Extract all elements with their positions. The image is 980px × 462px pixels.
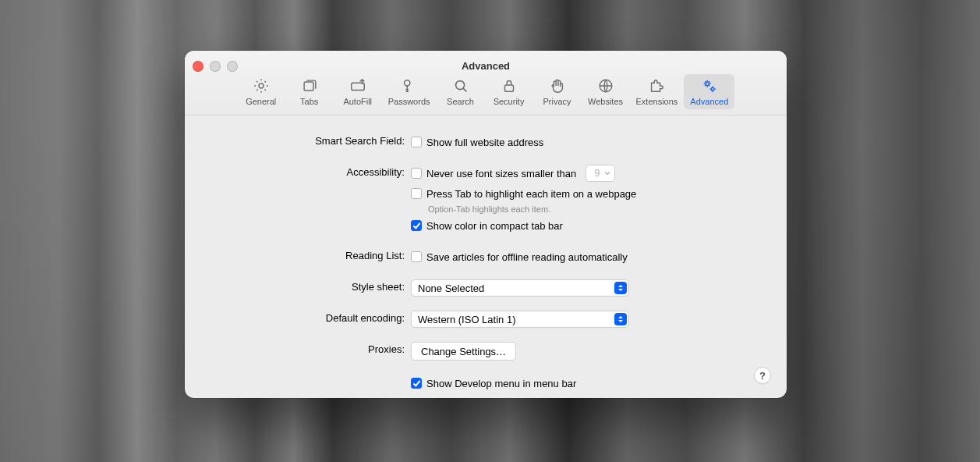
tab-label: General [246, 97, 276, 106]
show-full-address-text: Show full website address [426, 137, 543, 148]
svg-rect-1 [304, 82, 313, 91]
svg-point-3 [404, 80, 409, 86]
show-develop-text: Show Develop menu in menu bar [426, 378, 576, 389]
style-sheet-label: Style sheet: [203, 279, 411, 293]
show-color-tab-bar-checkbox[interactable] [411, 220, 422, 231]
tab-tabs[interactable]: Tabs [285, 74, 334, 109]
change-settings-text: Change Settings… [421, 346, 506, 357]
tab-label: Search [447, 97, 474, 106]
save-offline-text: Save articles for offline reading automa… [426, 251, 628, 263]
puzzle-icon [648, 77, 665, 94]
svg-point-8 [711, 87, 714, 91]
style-sheet-value: None Selected [418, 283, 614, 294]
popup-arrows-icon [614, 313, 627, 325]
style-sheet-popup[interactable]: None Selected [411, 279, 629, 297]
tab-extensions[interactable]: Extensions [630, 74, 685, 109]
tab-search[interactable]: Search [437, 74, 485, 109]
svg-point-0 [259, 84, 264, 88]
tab-websites[interactable]: Websites [582, 74, 630, 109]
window-title: Advanced [185, 60, 787, 72]
tab-privacy[interactable]: Privacy [533, 74, 582, 109]
tab-security[interactable]: Security [485, 74, 533, 109]
gear-icon [253, 77, 270, 94]
show-color-tab-bar-text: Show color in compact tab bar [426, 220, 563, 232]
tab-label: Extensions [636, 97, 678, 106]
save-offline-checkbox[interactable] [411, 251, 422, 262]
show-develop-checkbox[interactable] [411, 378, 422, 389]
accessibility-label: Accessibility: [203, 165, 411, 178]
preferences-toolbar: General Tabs AutoFill Pass [185, 74, 787, 109]
empty-label [203, 375, 411, 376]
lock-icon [501, 77, 518, 94]
font-size-value: 9 [593, 168, 602, 179]
smart-search-label: Smart Search Field: [203, 133, 411, 147]
svg-point-4 [455, 81, 464, 90]
proxies-label: Proxies: [203, 342, 411, 355]
hand-icon [549, 77, 566, 94]
tab-label: AutoFill [343, 97, 372, 106]
tab-label: Tabs [300, 97, 318, 106]
change-settings-button[interactable]: Change Settings… [411, 342, 516, 361]
never-font-smaller-checkbox[interactable] [411, 168, 422, 179]
help-button[interactable]: ? [754, 367, 771, 384]
gears-icon [701, 77, 718, 94]
press-tab-text: Press Tab to highlight each item on a we… [426, 188, 636, 200]
window-titlebar: Advanced General Tabs AutoF [185, 51, 787, 116]
svg-rect-5 [504, 85, 513, 91]
tab-label: Advanced [690, 97, 728, 106]
search-icon [452, 77, 469, 94]
preferences-window: Advanced General Tabs AutoF [185, 51, 787, 398]
autofill-icon [349, 77, 366, 94]
tab-label: Websites [588, 97, 623, 106]
svg-point-7 [706, 82, 709, 86]
preferences-content: Smart Search Field: Show full website ad… [185, 115, 787, 398]
help-icon: ? [759, 370, 766, 382]
tab-label: Passwords [388, 97, 430, 106]
tab-advanced[interactable]: Advanced [684, 74, 734, 109]
key-icon [401, 77, 418, 94]
tab-general[interactable]: General [237, 74, 285, 109]
default-encoding-popup[interactable]: Western (ISO Latin 1) [411, 311, 629, 328]
never-font-smaller-text: Never use font sizes smaller than [426, 168, 576, 179]
show-full-address-checkbox[interactable] [411, 137, 422, 147]
default-encoding-label: Default encoding: [203, 311, 411, 324]
globe-icon [597, 77, 614, 94]
tab-passwords[interactable]: Passwords [382, 74, 437, 109]
tab-label: Privacy [543, 97, 571, 106]
chevron-down-icon [602, 169, 613, 177]
tab-label: Security [494, 97, 525, 106]
popup-arrows-icon [614, 282, 627, 294]
press-tab-hint: Option-Tab highlights each item. [428, 204, 636, 214]
font-size-stepper[interactable]: 9 [586, 165, 615, 182]
press-tab-checkbox[interactable] [411, 188, 422, 199]
tab-autofill[interactable]: AutoFill [334, 74, 382, 109]
reading-list-label: Reading List: [203, 248, 411, 261]
default-encoding-value: Western (ISO Latin 1) [418, 314, 614, 325]
tabs-icon [301, 77, 318, 94]
